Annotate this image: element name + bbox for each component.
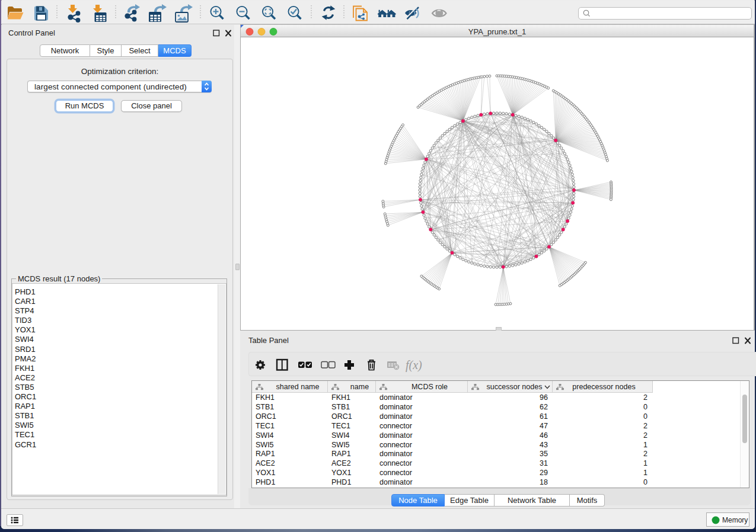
svg-text:f(x): f(x) [406, 358, 422, 372]
